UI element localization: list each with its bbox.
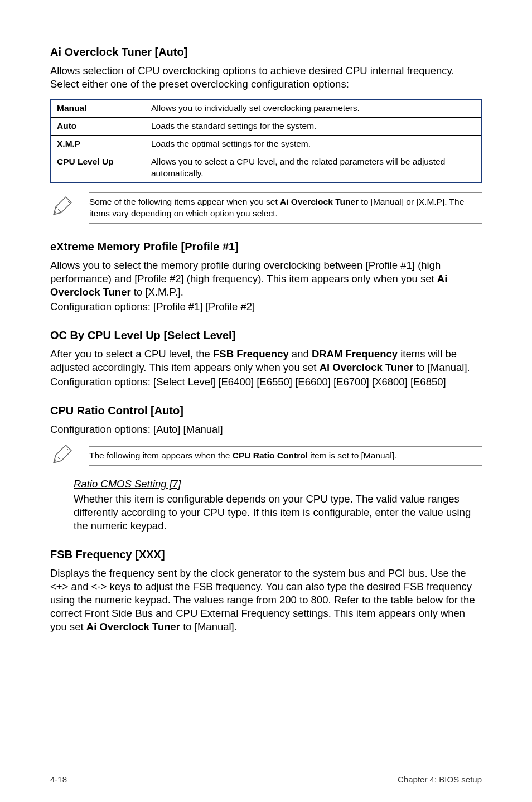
- sub-body: Whether this item is configurable depend…: [74, 492, 482, 533]
- section-fsb-frequency: FSB Frequency [XXX] Displays the frequen…: [50, 547, 482, 634]
- table-option-name: Auto: [51, 118, 146, 136]
- body-text: Displays the frequency sent by the clock…: [50, 567, 482, 634]
- heading-extreme-memory: eXtreme Memory Profile [Profile #1]: [50, 239, 482, 254]
- config-options: Configuration options: [Auto] [Manual]: [50, 423, 482, 436]
- section-extreme-memory: eXtreme Memory Profile [Profile #1] Allo…: [50, 239, 482, 313]
- heading-ai-overclock: Ai Overclock Tuner [Auto]: [50, 45, 482, 60]
- heading-fsb-frequency: FSB Frequency [XXX]: [50, 547, 482, 562]
- section-ai-overclock-tuner: Ai Overclock Tuner [Auto] Allows selecti…: [50, 45, 482, 224]
- note-text: The following item appears when the CPU …: [89, 446, 482, 466]
- table-option-desc: Loads the optimal settings for the syste…: [146, 135, 481, 153]
- intro-text: Allows selection of CPU overclocking opt…: [50, 64, 482, 91]
- body-text: Allows you to select the memory profile …: [50, 259, 482, 299]
- note-text: Some of the following items appear when …: [89, 192, 482, 224]
- table-option-desc: Allows you to individually set overclock…: [146, 99, 481, 117]
- heading-cpu-ratio: CPU Ratio Control [Auto]: [50, 403, 482, 418]
- pencil-note-icon: [50, 195, 74, 221]
- note-block: The following item appears when the CPU …: [50, 443, 482, 470]
- config-options: Configuration options: [Profile #1] [Pro…: [50, 300, 482, 313]
- table-option-desc: Allows you to select a CPU level, and th…: [146, 153, 481, 182]
- section-cpu-ratio: CPU Ratio Control [Auto] Configuration o…: [50, 403, 482, 533]
- section-oc-cpu-level: OC By CPU Level Up [Select Level] After …: [50, 328, 482, 389]
- pencil-note-icon: [50, 443, 74, 470]
- table-row: Manual Allows you to individually set ov…: [51, 99, 481, 117]
- table-row: Auto Loads the standard settings for the…: [51, 118, 481, 136]
- sub-heading: Ratio CMOS Setting [7]: [74, 477, 482, 491]
- heading-oc-cpu-level: OC By CPU Level Up [Select Level]: [50, 328, 482, 343]
- config-options: Configuration options: [Select Level] [E…: [50, 375, 482, 389]
- table-option-name: Manual: [51, 99, 146, 117]
- table-row: X.M.P Loads the optimal settings for the…: [51, 135, 481, 153]
- note-block: Some of the following items appear when …: [50, 192, 482, 224]
- subsection-ratio-cmos: Ratio CMOS Setting [7] Whether this item…: [74, 477, 482, 533]
- body-text: After you to select a CPU level, the FSB…: [50, 347, 482, 374]
- overclock-options-table: Manual Allows you to individually set ov…: [50, 99, 482, 183]
- table-option-name: X.M.P: [51, 135, 146, 153]
- table-option-name: CPU Level Up: [51, 153, 146, 182]
- table-row: CPU Level Up Allows you to select a CPU …: [51, 153, 481, 182]
- table-option-desc: Loads the standard settings for the syst…: [146, 118, 481, 136]
